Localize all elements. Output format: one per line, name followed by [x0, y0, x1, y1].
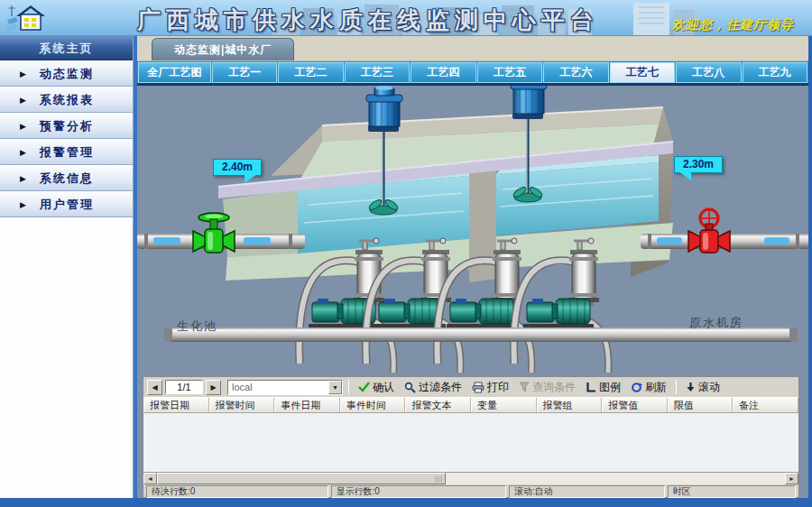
col-limit-value: 限值	[668, 398, 734, 412]
server-select[interactable]: local ▼	[227, 380, 343, 395]
sidebar-item-user-management[interactable]: ▶用户管理	[0, 191, 133, 217]
print-button[interactable]: 打印	[468, 379, 512, 395]
down-arrow-icon	[686, 382, 696, 392]
col-alarm-text: 报警文本	[405, 398, 471, 412]
funnel-icon	[519, 382, 530, 392]
tab-process-3[interactable]: 工艺三	[345, 62, 410, 83]
platform-logo-icon	[5, 2, 47, 35]
sidebar: 系统主页 ▶动态监测 ▶系统报表 ▶预警分析 ▶报警管理 ▶系统信息 ▶用户管理	[0, 36, 134, 498]
tab-plant-overview[interactable]: 全厂工艺图	[138, 62, 211, 83]
scrollbar-track[interactable]	[157, 473, 785, 484]
scrollbar-thumb[interactable]	[157, 473, 446, 484]
page-title: 广西城市供水水质在线监测中心平台	[137, 5, 599, 36]
alarm-table-header: 报警日期 报警时间 事件日期 事件时间 报警文本 变量 报警组 报警值 限值 备…	[143, 397, 798, 413]
triangle-arrow-icon: ▶	[20, 61, 28, 87]
tab-process-2[interactable]: 工艺二	[278, 62, 343, 83]
refresh-button[interactable]: 刷新	[627, 379, 670, 395]
tab-process-1[interactable]: 工艺一	[212, 62, 277, 83]
prev-page-button[interactable]: ◀	[147, 380, 162, 395]
triangle-arrow-icon: ▶	[20, 192, 28, 217]
tab-process-7-selected[interactable]: 工艺七	[610, 62, 675, 83]
col-alarm-time: 报警时间	[209, 398, 275, 412]
filter-button[interactable]: 过滤条件	[401, 379, 466, 395]
triangle-arrow-icon: ▶	[20, 88, 28, 113]
alarm-control: ◀ 1/1 ▶ local ▼ 确认 过滤条件 打印 查询条件	[143, 376, 799, 498]
query-button[interactable]: 查询条件	[515, 379, 579, 395]
process-tabbar: 全厂工艺图 工艺一 工艺二 工艺三 工艺四 工艺五 工艺六 工艺七 工艺八 工艺…	[137, 61, 808, 86]
level-indicator-tank2: 2.30m	[674, 156, 723, 173]
main-area: 动态监测|城中水厂 全厂工艺图 工艺一 工艺二 工艺三 工艺四 工艺五 工艺六 …	[134, 36, 808, 498]
server-select-value: local	[228, 381, 328, 394]
toolbar-separator	[676, 380, 677, 394]
magnifier-icon	[404, 382, 416, 393]
scroll-left-icon[interactable]: ◄	[143, 473, 157, 484]
breadcrumb-strip: 动态监测|城中水厂	[137, 36, 808, 61]
tab-process-4[interactable]: 工艺四	[411, 62, 475, 83]
tab-process-6[interactable]: 工艺六	[543, 62, 608, 83]
legend-icon	[586, 382, 596, 392]
refresh-icon	[631, 382, 642, 393]
tab-process-9[interactable]: 工艺九	[743, 62, 807, 83]
area-label-raw-water-room: 原水机房	[689, 315, 743, 331]
area-label-biochemical-pool: 生化池	[177, 318, 217, 335]
outlet-valve-red	[688, 209, 730, 253]
header-banner: 广西城市供水水质在线监测中心平台 欢迎您，住建厅领导	[0, 0, 812, 36]
triangle-arrow-icon: ▶	[20, 114, 28, 139]
alarm-status-bar: 待决行数:0 显示行数:0 滚动:自动 时区	[143, 484, 798, 499]
status-scroll-mode: 滚动:自动	[509, 485, 665, 498]
horizontal-scrollbar[interactable]: ◄ ►	[143, 472, 798, 484]
scada-diagram: 2.40m 2.30m 生化池 原水机房	[137, 86, 808, 376]
sidebar-item-system-info[interactable]: ▶系统信息	[0, 165, 133, 191]
left-triangle-icon: ◀	[152, 383, 157, 392]
alarm-table-body	[143, 413, 798, 472]
col-remark: 备注	[733, 398, 798, 412]
sidebar-item-home[interactable]: 系统主页	[0, 36, 133, 60]
col-alarm-value: 报警值	[602, 398, 668, 412]
breadcrumb[interactable]: 动态监测|城中水厂	[152, 38, 294, 60]
col-event-time: 事件时间	[340, 398, 406, 412]
right-triangle-icon: ▶	[210, 383, 216, 392]
col-alarm-date: 报警日期	[143, 398, 209, 412]
col-event-date: 事件日期	[274, 398, 340, 412]
level-indicator-tank1: 2.40m	[213, 159, 262, 176]
welcome-text: 欢迎您，住建厅领导	[672, 17, 794, 33]
chevron-down-icon[interactable]: ▼	[328, 381, 342, 394]
toolbar-separator	[348, 380, 349, 394]
check-icon	[358, 382, 370, 392]
printer-icon	[472, 382, 484, 393]
sidebar-item-warning-analysis[interactable]: ▶预警分析	[0, 113, 133, 139]
col-alarm-group: 报警组	[537, 398, 603, 412]
sidebar-item-system-reports[interactable]: ▶系统报表	[0, 87, 133, 113]
col-variable: 变量	[471, 398, 537, 412]
next-page-button[interactable]: ▶	[206, 380, 221, 395]
triangle-arrow-icon: ▶	[20, 166, 28, 191]
legend-button[interactable]: 图例	[582, 379, 624, 395]
sidebar-item-dynamic-monitoring[interactable]: ▶动态监测	[0, 60, 133, 87]
acknowledge-button[interactable]: 确认	[355, 379, 398, 395]
tab-process-5[interactable]: 工艺五	[477, 62, 542, 83]
tab-process-8[interactable]: 工艺八	[676, 62, 741, 83]
sidebar-item-alarm-management[interactable]: ▶报警管理	[0, 139, 133, 165]
status-displayed-rows: 显示行数:0	[331, 485, 506, 498]
scroll-right-icon[interactable]: ►	[785, 473, 798, 484]
status-timezone: 时区	[668, 485, 796, 498]
page-indicator: 1/1	[165, 380, 203, 394]
tank-scene	[137, 86, 808, 376]
triangle-arrow-icon: ▶	[20, 140, 28, 165]
alarm-toolbar: ◀ 1/1 ▶ local ▼ 确认 过滤条件 打印 查询条件	[143, 377, 798, 397]
status-pending-rows: 待决行数:0	[146, 485, 328, 498]
autoscroll-button[interactable]: 滚动	[682, 379, 724, 395]
